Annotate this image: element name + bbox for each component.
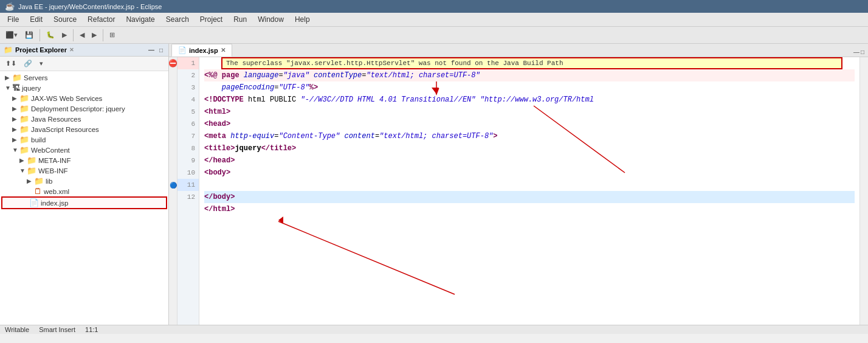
menu-search[interactable]: Search [161,14,194,25]
tree-arrow-meta-inf: ▶ [19,157,27,164]
toolbar-new[interactable]: ⬛▾ [2,29,21,41]
toolbar-back[interactable]: ◀ [77,29,88,41]
toolbar-run[interactable]: ▶ [59,29,70,41]
gutter-row-10 [169,167,177,179]
code-line-9[interactable]: <body> [204,167,855,179]
tree-arrow-lib: ▶ [27,178,34,184]
code-line-5[interactable]: <head> [204,118,855,130]
line-num-5: 5 [177,106,199,118]
sidebar-title-area: 📁 Project Explorer ✕ [4,46,74,54]
toolbar-debug[interactable]: 🐛 [43,29,58,41]
menu-edit[interactable]: Edit [25,14,47,25]
tree-label-jaxws: JAX-WS Web Services [31,95,102,102]
menu-run[interactable]: Run [229,14,252,25]
link-editor-btn[interactable]: 🔗 [21,58,35,69]
tree-item-web-inf[interactable]: ▼ 📁 WEB-INF [0,165,168,176]
error-message: The superclass "javax.servlet.http.HttpS… [226,60,563,67]
code-line-6[interactable]: <meta http-equiv="Content-Type" content=… [204,130,855,142]
status-text: Writable [5,326,29,333]
editor-maximize-btn[interactable]: □ [861,49,864,55]
toolbar-separator-2 [73,29,74,41]
folder-icon-build: 📁 [19,135,29,144]
tree-item-js-resources[interactable]: ▶ 📁 JavaScript Resources [0,124,168,134]
toolbar: ⬛▾ 💾 🐛 ▶ ◀ ▶ ⊞ [0,27,868,44]
toolbar-fwd[interactable]: ▶ [89,29,100,41]
tree-arrow-jaxws: ▶ [12,95,19,102]
code-line-4[interactable]: <html> [204,106,855,118]
gutter-row-5 [169,106,177,118]
collapse-all-btn[interactable]: ⬆⬇ [2,58,19,69]
line-num-9: 9 [177,154,199,167]
folder-icon-lib: 📁 [34,176,44,185]
code-empty-10 [204,181,208,189]
gutter-row-7 [169,130,177,142]
sidebar-title: Project Explorer [15,46,67,54]
menu-refactor[interactable]: Refactor [83,14,120,25]
tree-arrow-jquery: ▼ [5,85,12,91]
tree-item-web-xml[interactable]: ▶ 🗒 web.xml [0,186,168,196]
menu-help[interactable]: Help [290,14,315,25]
menu-project[interactable]: Project [195,14,227,25]
tab-index-jsp[interactable]: 📄 index.jsp ✕ [171,44,232,57]
line-num-3: 3 [177,81,199,94]
sidebar-controls[interactable]: — □ [146,46,165,54]
tree-item-lib[interactable]: ▶ 📁 lib [0,176,168,186]
maximize-sidebar-btn[interactable]: □ [157,46,165,54]
menu-navigate[interactable]: Navigate [121,14,159,25]
line-num-4: 4 [177,94,199,106]
code-line-1[interactable]: <%@ page language="java" contentType="te… [204,69,855,81]
code-doctype-3: <!DOCTYPE [204,95,248,104]
toolbar-separator-1 [40,29,40,41]
code-eq-1a: = [278,71,283,80]
xml-icon-web-xml: 🗒 [34,187,42,196]
tree-item-index-jsp[interactable]: ▶ 📄 index.jsp [1,196,167,209]
code-tag-11: </body> [204,193,235,201]
folder-icon-webcontent: 📁 [19,145,29,154]
editor-scrollbar[interactable] [859,57,868,325]
menu-window[interactable]: Window [253,14,289,25]
code-tag-6b: > [493,132,497,140]
editor-minimize-btn[interactable]: — [853,49,859,55]
tree-arrow-java-resources: ▶ [12,116,19,122]
tree-item-webcontent[interactable]: ▼ 📁 WebContent [0,145,168,155]
project-tree[interactable]: ▶ 📁 Servers ▼ 🏗 jquery ▶ 📁 JAX-WS Web Se… [0,71,168,325]
line-num-6: 6 [177,118,199,130]
tree-item-jaxws[interactable]: ▶ 📁 JAX-WS Web Services [0,93,168,103]
tree-item-build[interactable]: ▶ 📁 build [0,134,168,145]
code-line-10[interactable] [204,179,855,191]
menu-file[interactable]: File [2,14,24,25]
toolbar-perspective[interactable]: ⊞ [106,29,118,41]
tree-arrow-build: ▶ [12,136,19,143]
code-line-8[interactable]: </head> [204,154,855,167]
gutter-row-9 [169,154,177,167]
toolbar-save[interactable]: 💾 [22,29,36,41]
code-line-3[interactable]: <!DOCTYPE html PUBLIC "-//W3C//DTD HTML … [204,94,855,106]
code-line-11[interactable]: </body> [204,191,855,203]
gutter-row-3 [169,81,177,94]
jsp-icon-index-jsp: 📄 [29,198,39,207]
code-eq-1b: = [362,71,366,80]
tab-close-btn[interactable]: ✕ [221,47,226,54]
code-line-7[interactable]: <title>jquery</title> [204,142,855,154]
folder-icon-js-resources: 📁 [19,125,29,134]
line-num-7: 7 [177,130,199,142]
tree-arrow-servers: ▶ [5,74,12,81]
tree-item-jquery[interactable]: ▼ 🏗 jquery [0,83,168,93]
sidebar-view-menu-btn[interactable]: ▾ [36,58,46,69]
code-line-2[interactable]: pageEncoding="UTF-8"%> [204,81,855,94]
minimize-sidebar-btn[interactable]: — [146,46,156,54]
menu-source[interactable]: Source [49,14,81,25]
code-txt-7: jquery [235,144,261,153]
code-tag-4: <html> [204,108,230,116]
tree-item-servers[interactable]: ▶ 📁 Servers [0,72,168,83]
svg-marker-4 [278,217,283,224]
tree-item-java-resources[interactable]: ▶ 📁 Java Resources [0,114,168,124]
code-kw-2: %> [309,83,318,92]
code-editor[interactable]: The superclass "javax.servlet.http.HttpS… [199,57,859,325]
tree-item-meta-inf[interactable]: ▶ 📁 META-INF [0,155,168,165]
tree-item-deployment[interactable]: ▶ 📁 Deployment Descriptor: jquery [0,103,168,114]
code-line-12[interactable]: </html> [204,203,855,215]
menu-bar: File Edit Source Refactor Navigate Searc… [0,13,868,27]
sidebar-toolbar: ⬆⬇ 🔗 ▾ [0,57,168,71]
tab-label: index.jsp [189,47,218,54]
